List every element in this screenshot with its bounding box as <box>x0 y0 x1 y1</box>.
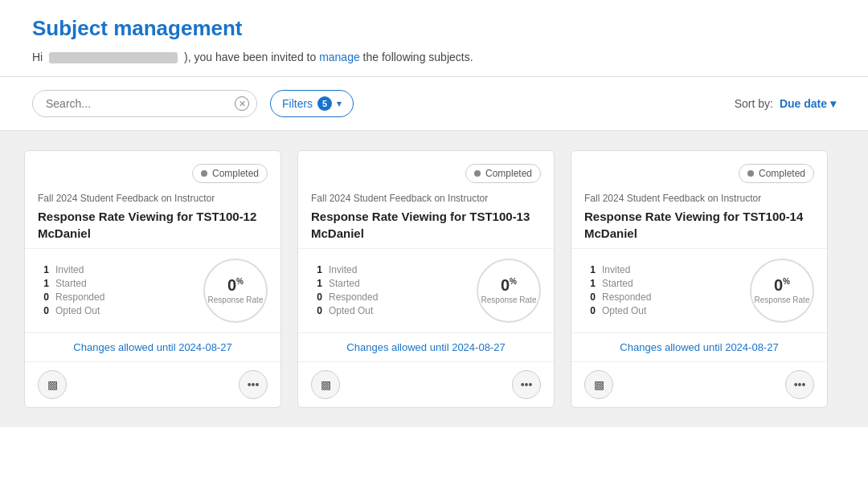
card-stats: 1 Invited 1 Started 0 Responded 0 Opted … <box>25 248 280 332</box>
status-badge: Completed <box>739 164 814 183</box>
response-rate-value: 0% <box>501 276 517 295</box>
manage-link[interactable]: manage <box>319 51 360 63</box>
stat-row-3: 0 Opted Out <box>584 305 651 316</box>
more-options-button[interactable]: ••• <box>512 370 541 399</box>
more-icon: ••• <box>794 378 806 391</box>
card-footer-link[interactable]: Changes allowed until 2024-08-27 <box>25 332 280 361</box>
card-title: Response Rate Viewing for TST100-14 McDa… <box>584 209 814 242</box>
greeting-after: ), you have been invited to <box>184 51 319 63</box>
status-badge: Completed <box>465 164 541 183</box>
stat-row-2: 0 Responded <box>311 291 378 303</box>
card-footer-actions: ▩ ••• <box>25 361 280 407</box>
card-top: Completed <box>571 151 827 183</box>
clear-icon: ✕ <box>239 99 246 109</box>
more-icon: ••• <box>521 378 533 391</box>
card-footer-link[interactable]: Changes allowed until 2024-08-27 <box>571 332 827 361</box>
search-input[interactable] <box>32 90 257 117</box>
status-text: Completed <box>212 168 259 179</box>
card-stats: 1 Invited 1 Started 0 Responded 0 Opted … <box>571 248 827 332</box>
stat-num-1: 1 <box>311 278 322 289</box>
stats-list: 1 Invited 1 Started 0 Responded 0 Opted … <box>311 264 378 316</box>
greeting-end: the following subjects. <box>363 51 473 63</box>
stat-label-2: Responded <box>329 291 378 303</box>
stat-label-1: Started <box>602 278 633 289</box>
stat-row-1: 1 Started <box>584 278 651 289</box>
page-title: Subject management <box>32 16 836 41</box>
card-1: Completed Fall 2024 Student Feedback on … <box>297 150 555 408</box>
header: Subject management Hi ), you have been i… <box>0 0 868 77</box>
status-dot-icon <box>747 170 754 177</box>
card-footer-link[interactable]: Changes allowed until 2024-08-27 <box>298 332 554 361</box>
filters-label: Filters <box>282 97 313 110</box>
stats-list: 1 Invited 1 Started 0 Responded 0 Opted … <box>584 264 651 316</box>
sort-wrapper: Sort by: Due date ▾ <box>735 97 836 110</box>
stat-num-3: 0 <box>311 305 322 316</box>
stat-num-0: 1 <box>311 264 322 275</box>
stat-num-0: 1 <box>584 264 596 275</box>
more-icon: ••• <box>248 378 260 391</box>
stat-num-2: 0 <box>38 291 49 303</box>
stat-row-2: 0 Responded <box>584 291 651 303</box>
card-0: Completed Fall 2024 Student Feedback on … <box>24 150 281 408</box>
more-options-button[interactable]: ••• <box>239 370 268 399</box>
bar-chart-button[interactable]: ▩ <box>38 370 67 399</box>
stat-row-0: 1 Invited <box>38 264 104 275</box>
stat-num-1: 1 <box>584 278 596 289</box>
card-2: Completed Fall 2024 Student Feedback on … <box>571 150 828 408</box>
response-rate-circle: 0% Response Rate <box>477 259 541 323</box>
bar-chart-button[interactable]: ▩ <box>584 370 613 399</box>
stat-label-2: Responded <box>602 291 651 303</box>
card-title: Response Rate Viewing for TST100-12 McDa… <box>38 209 268 242</box>
response-rate-circle: 0% Response Rate <box>203 259 268 323</box>
stat-row-3: 0 Opted Out <box>38 305 104 316</box>
sort-value-text: Due date <box>780 97 827 110</box>
sort-value[interactable]: Due date ▾ <box>780 97 836 110</box>
card-body: Fall 2024 Student Feedback on Instructor… <box>571 183 827 248</box>
greeting: Hi ), you have been invited to manage th… <box>32 51 836 63</box>
search-clear-button[interactable]: ✕ <box>235 96 249 111</box>
card-footer-actions: ▩ ••• <box>571 361 827 407</box>
bar-chart-icon: ▩ <box>321 378 331 391</box>
stat-label-3: Opted Out <box>329 305 373 316</box>
stat-label-0: Invited <box>55 264 84 275</box>
stat-label-1: Started <box>329 278 360 289</box>
stat-num-0: 1 <box>38 264 49 275</box>
bar-chart-icon: ▩ <box>594 378 604 391</box>
stat-row-0: 1 Invited <box>584 264 651 275</box>
search-wrapper: ✕ <box>32 90 257 117</box>
stat-label-3: Opted Out <box>602 305 646 316</box>
status-dot-icon <box>474 170 481 177</box>
status-dot-icon <box>201 170 207 177</box>
filters-button[interactable]: Filters 5 ▾ <box>270 90 354 117</box>
status-text: Completed <box>759 168 805 179</box>
toolbar: ✕ Filters 5 ▾ Sort by: Due date ▾ <box>0 77 868 131</box>
sort-label: Sort by: <box>735 97 773 110</box>
card-stats: 1 Invited 1 Started 0 Responded 0 Opted … <box>298 248 554 332</box>
card-category: Fall 2024 Student Feedback on Instructor <box>311 193 541 204</box>
card-category: Fall 2024 Student Feedback on Instructor <box>584 193 814 204</box>
stat-label-0: Invited <box>602 264 630 275</box>
stat-num-3: 0 <box>584 305 596 316</box>
status-text: Completed <box>485 168 532 179</box>
stat-label-2: Responded <box>55 291 104 303</box>
card-footer-actions: ▩ ••• <box>298 361 554 407</box>
filters-count-badge: 5 <box>317 96 332 111</box>
sort-chevron-icon: ▾ <box>830 97 836 110</box>
chevron-down-icon: ▾ <box>337 98 342 109</box>
stat-label-3: Opted Out <box>55 305 100 316</box>
stats-list: 1 Invited 1 Started 0 Responded 0 Opted … <box>38 264 104 316</box>
greeting-before: Hi <box>32 51 46 63</box>
bar-chart-button[interactable]: ▩ <box>311 370 340 399</box>
stat-row-3: 0 Opted Out <box>311 305 378 316</box>
response-rate-label: Response Rate <box>208 295 264 305</box>
stat-num-2: 0 <box>584 291 596 303</box>
more-options-button[interactable]: ••• <box>785 370 814 399</box>
stat-num-2: 0 <box>311 291 322 303</box>
card-category: Fall 2024 Student Feedback on Instructor <box>38 193 268 204</box>
card-body: Fall 2024 Student Feedback on Instructor… <box>298 183 554 248</box>
bar-chart-icon: ▩ <box>47 378 58 391</box>
stat-num-1: 1 <box>38 278 49 289</box>
card-top: Completed <box>298 151 554 183</box>
stat-label-1: Started <box>55 278 87 289</box>
stat-row-0: 1 Invited <box>311 264 378 275</box>
